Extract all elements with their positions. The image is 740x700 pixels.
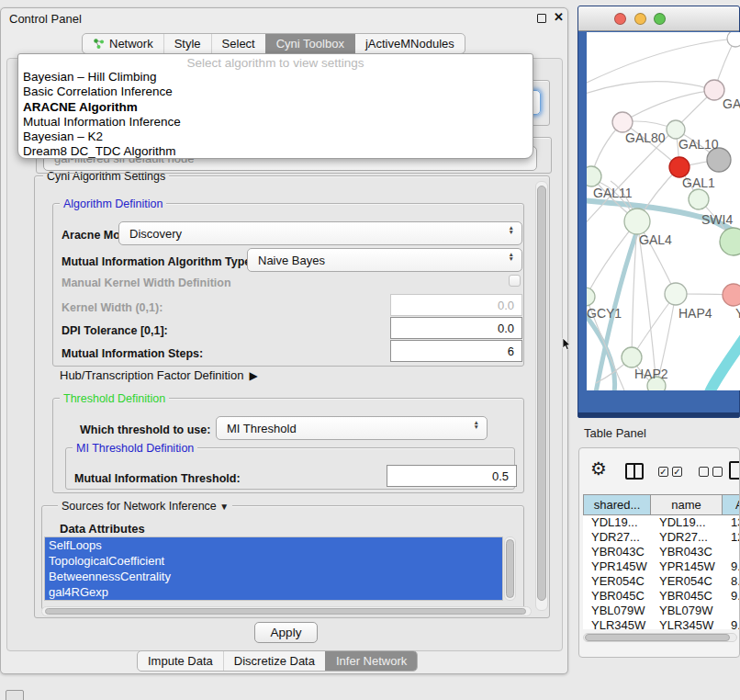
column-header-partial[interactable]: A: [723, 494, 739, 515]
zoom-traffic-light[interactable]: [654, 13, 666, 25]
network-canvas[interactable]: GALGAL80GAL10GAL1GAL11SWI4GAL4GCY1HAP4YH…: [587, 32, 740, 390]
table-row[interactable]: YBR045CYBR045C9.: [583, 589, 739, 604]
table-row[interactable]: YDR27...YDR27...12: [583, 530, 739, 545]
network-node[interactable]: [727, 32, 740, 47]
close-icon[interactable]: ✕: [554, 10, 564, 24]
gear-icon[interactable]: ⚙: [590, 459, 607, 478]
network-node[interactable]: [612, 112, 633, 132]
network-node-label: Y: [735, 306, 740, 321]
network-node-label: GCY1: [587, 306, 622, 321]
attr-list-scrollbar-thumb[interactable]: [506, 539, 514, 598]
tab-impute-data[interactable]: Impute Data: [138, 651, 223, 671]
mi-steps-field[interactable]: 6: [390, 340, 522, 362]
table-cell: 8.: [723, 574, 739, 589]
function-builder-icon[interactable]: [729, 461, 740, 480]
table-hscrollbar-track[interactable]: [583, 633, 737, 642]
data-attribute-item[interactable]: gal4RGexp: [45, 584, 502, 600]
manual-kernel-width-checkbox[interactable]: [509, 275, 521, 287]
column-header-shared-name[interactable]: shared...: [583, 494, 651, 515]
table-panel: ⚙ ✓✓ shared... name A YDL19...YDL19...13…: [578, 447, 740, 658]
algorithm-option[interactable]: Dream8 DC_TDC Algorithm: [18, 144, 533, 159]
table-row[interactable]: YBL079WYBL079W: [583, 604, 739, 618]
table-row[interactable]: YDL19...YDL19...13: [583, 515, 739, 530]
manual-kernel-width-label: Manual Kernel Width Definition: [62, 277, 231, 289]
which-threshold-combo[interactable]: MI Threshold ▲▼: [216, 416, 488, 440]
data-attribute-item[interactable]: BetweennessCentrality: [45, 569, 502, 584]
algorithm-dropdown-popup: Select algorithm to view settings Bayesi…: [17, 53, 533, 159]
algorithm-option[interactable]: Bayesian – Hill Climbing: [18, 70, 533, 85]
table-cell: YDR27...: [651, 530, 723, 545]
network-node-label: GAL4: [639, 232, 672, 247]
data-attribute-item[interactable]: SelfLoops: [45, 537, 502, 553]
table-cell: 9.: [723, 559, 739, 574]
network-node[interactable]: [667, 120, 685, 139]
column-header-name[interactable]: name: [651, 494, 723, 515]
network-node[interactable]: [622, 347, 642, 367]
table-row[interactable]: YER054CYER054C8.: [583, 574, 739, 589]
settings-hscrollbar-track[interactable]: [41, 606, 532, 616]
network-node[interactable]: [723, 284, 740, 306]
dock-button[interactable]: [6, 690, 24, 700]
tab-network-label: Network: [109, 34, 153, 53]
tab-jactivemnodules[interactable]: jActiveMNodules: [354, 34, 465, 53]
attr-list-scrollbar-track[interactable]: [504, 536, 516, 601]
close-traffic-light[interactable]: [614, 13, 626, 25]
table-row[interactable]: YLR345WYLR345W9.: [583, 618, 739, 629]
tab-infer-network[interactable]: Infer Network: [325, 651, 417, 671]
table-cell: 12: [723, 530, 739, 545]
data-attribute-item[interactable]: TopologicalCoefficient: [45, 553, 502, 569]
network-node[interactable]: [587, 288, 595, 306]
table-body: YDL19...YDL19...13YDR27...YDR27...12YBR0…: [583, 515, 739, 629]
collapse-down-icon[interactable]: ▼: [219, 502, 229, 512]
network-node[interactable]: [665, 283, 687, 305]
table-cell: YPR145W: [651, 559, 723, 574]
table-row[interactable]: YPR145WYPR145W9.: [583, 559, 739, 574]
expand-right-icon[interactable]: ▶: [249, 369, 257, 382]
algorithm-option[interactable]: ARACNE Algorithm: [18, 100, 533, 115]
algorithm-option[interactable]: Basic Correlation Inference: [18, 85, 533, 99]
control-panel-window: Control Panel ✕ Network Style Select Cyn…: [0, 7, 568, 674]
columns-icon[interactable]: [625, 463, 644, 480]
data-attributes-list[interactable]: SelfLoopsTopologicalCoefficientBetweenne…: [44, 536, 503, 601]
network-node[interactable]: [720, 228, 740, 255]
mouse-cursor: [562, 338, 573, 351]
apply-button[interactable]: Apply: [254, 622, 318, 643]
tab-discretize-data[interactable]: Discretize Data: [223, 651, 325, 671]
table-cell: YER054C: [583, 574, 651, 589]
network-edge: [587, 39, 735, 83]
select-all-checks-icon[interactable]: ✓✓: [658, 467, 682, 477]
network-node[interactable]: [587, 166, 601, 186]
mi-algorithm-type-combo[interactable]: Naive Bayes ▲▼: [247, 248, 522, 272]
mi-threshold-field[interactable]: 0.5: [387, 465, 517, 487]
network-node[interactable]: [704, 80, 724, 100]
minimize-traffic-light[interactable]: [634, 13, 646, 25]
hub-definition-expander[interactable]: Hub/Transcription Factor Definition▶: [60, 368, 258, 382]
network-node[interactable]: [624, 209, 650, 234]
algorithm-option[interactable]: Bayesian – K2: [18, 130, 533, 144]
popup-placeholder: Select algorithm to view settings: [18, 56, 533, 70]
settings-hscrollbar-thumb[interactable]: [45, 608, 526, 615]
table-cell: 13: [723, 515, 739, 530]
settings-scrollbar-track[interactable]: [535, 181, 548, 611]
network-node[interactable]: [689, 189, 709, 209]
tab-select[interactable]: Select: [211, 34, 265, 53]
sources-legend: Sources for Network Inference ▼: [58, 500, 232, 513]
kernel-width-field[interactable]: 0.0: [390, 294, 522, 316]
algorithm-option[interactable]: Mutual Information Inference: [18, 115, 533, 130]
network-node[interactable]: [669, 157, 690, 177]
mi-algorithm-type-label: Mutual Information Algorithm Type:: [62, 255, 254, 268]
top-tabbar: Network Style Select Cyni Toolbox jActiv…: [82, 33, 465, 54]
threshold-definition-legend: Threshold Definition: [60, 392, 169, 405]
data-attributes-label: Data Attributes: [60, 522, 145, 536]
table-hscrollbar-thumb[interactable]: [585, 634, 730, 641]
table-cell: YDL19...: [583, 515, 651, 530]
table-row[interactable]: YBR043CYBR043C: [583, 545, 739, 559]
settings-scrollbar-thumb[interactable]: [537, 186, 546, 601]
tab-style[interactable]: Style: [163, 34, 211, 53]
tab-cyni-toolbox[interactable]: Cyni Toolbox: [265, 34, 354, 53]
dpi-tolerance-field[interactable]: 0.0: [390, 317, 522, 339]
float-window-icon[interactable]: [537, 14, 546, 23]
deselect-all-checks-icon[interactable]: [699, 467, 723, 477]
aracne-mode-combo[interactable]: Discovery ▲▼: [118, 221, 522, 245]
tab-network[interactable]: Network: [83, 34, 163, 53]
